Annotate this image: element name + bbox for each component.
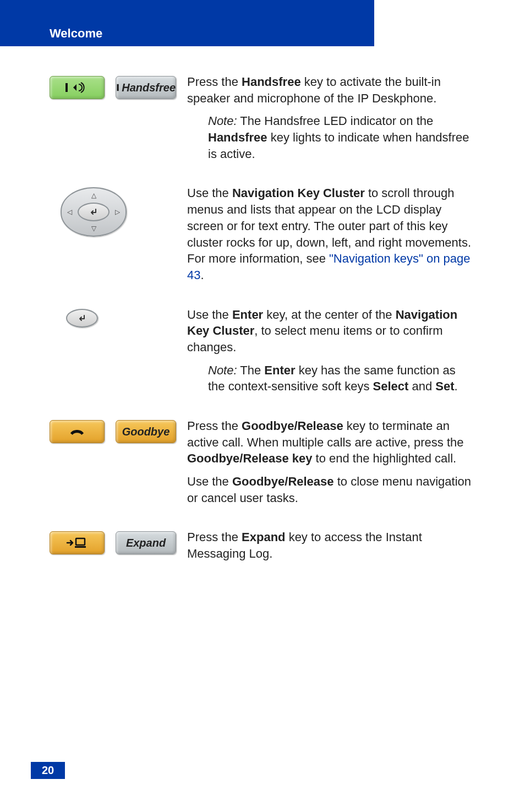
row-goodbye: Goodbye Press the Goodbye/Release key to… [50, 418, 475, 513]
enter-para1: Use the Enter key, at the center of the … [187, 307, 475, 356]
text-bold: Expand [242, 530, 285, 544]
enter-icon [89, 208, 98, 216]
nav-enter-center [78, 203, 110, 221]
page-number: 20 [31, 762, 65, 779]
svg-marker-1 [73, 84, 76, 91]
goodbye-hardkey [50, 420, 105, 443]
text: and [408, 379, 435, 393]
text-bold: Goodbye/Release [242, 419, 343, 433]
icon-col-enter [50, 307, 187, 328]
row-expand: Expand Press the Expand key to access th… [50, 529, 475, 568]
expand-softkey: Expand [116, 531, 176, 554]
text-bold: Enter [232, 308, 263, 321]
page-title: Welcome [50, 26, 102, 41]
text-bold: Enter [264, 363, 295, 377]
chevron-right-icon: ▷ [115, 208, 120, 216]
text: Use the [187, 308, 232, 321]
text: Use the [187, 475, 232, 488]
goodbye-para1: Press the Goodbye/Release key to termina… [187, 418, 475, 467]
text-goodbye: Press the Goodbye/Release key to termina… [187, 418, 475, 513]
nav-para: Use the Navigation Key Cluster to scroll… [187, 185, 475, 283]
content: Handsfree Press the Handsfree key to act… [0, 46, 525, 569]
text: Press the [187, 419, 242, 433]
icon-col-nav: △ ▽ ◁ ▷ [50, 185, 187, 237]
note-label: Note: [208, 114, 237, 128]
text: The [237, 363, 265, 377]
text-bold: Goodbye/Release [232, 475, 334, 488]
row-handsfree: Handsfree Press the Handsfree key to act… [50, 74, 475, 168]
note-label: Note: [208, 363, 237, 377]
text-expand: Press the Expand key to access the Insta… [187, 529, 475, 568]
chevron-up-icon: △ [91, 192, 96, 199]
expand-icon [65, 536, 89, 549]
text-nav: Use the Navigation Key Cluster to scroll… [187, 185, 475, 290]
icon-col-handsfree: Handsfree [50, 74, 187, 99]
goodbye-softkey: Goodbye [116, 420, 176, 443]
text-bold: Handsfree [242, 75, 301, 89]
text-bold: Handsfree [208, 130, 267, 144]
handsfree-para1: Press the Handsfree key to activate the … [187, 74, 475, 106]
text-handsfree: Press the Handsfree key to activate the … [187, 74, 475, 168]
text-bold: Set [435, 379, 454, 393]
handsfree-softkey: Handsfree [116, 76, 176, 99]
led-indicator-icon [116, 82, 119, 93]
navigation-cluster-key: △ ▽ ◁ ▷ [61, 187, 127, 237]
speaker-icon [63, 81, 91, 94]
row-nav: △ ▽ ◁ ▷ Use the Navigation Key Cluster t… [50, 185, 475, 290]
text-bold: Navigation Key Cluster [232, 186, 365, 200]
svg-rect-0 [65, 83, 68, 92]
text: . [455, 379, 458, 393]
expand-softkey-label: Expand [126, 537, 166, 549]
footer: 20 [31, 762, 65, 779]
enter-icon [78, 314, 86, 322]
handsfree-softkey-label: Handsfree [122, 81, 176, 94]
text-enter: Use the Enter key, at the center of the … [187, 307, 475, 401]
hangup-icon [67, 426, 87, 438]
expand-para: Press the Expand key to access the Insta… [187, 529, 475, 562]
handsfree-note: Note: The Handsfree LED indicator on the… [208, 113, 475, 162]
chevron-down-icon: ▽ [91, 225, 96, 232]
text: Press the [187, 75, 242, 89]
expand-hardkey [50, 531, 105, 554]
chevron-left-icon: ◁ [67, 208, 72, 216]
icon-col-goodbye: Goodbye [50, 418, 187, 443]
text-bold: Goodbye/Release key [187, 451, 312, 465]
handsfree-hardkey [50, 76, 105, 99]
text: Use the [187, 186, 232, 200]
header-banner: Welcome [0, 0, 374, 46]
goodbye-para2: Use the Goodbye/Release to close menu na… [187, 473, 475, 506]
row-enter: Use the Enter key, at the center of the … [50, 307, 475, 401]
icon-col-expand: Expand [50, 529, 187, 554]
enter-hardkey [66, 309, 98, 328]
enter-note: Note: The Enter key has the same functio… [208, 362, 475, 395]
svg-rect-2 [117, 84, 119, 91]
text: key, at the center of the [263, 308, 396, 321]
text: Press the [187, 530, 242, 544]
text-bold: Select [373, 379, 409, 393]
text: . [200, 268, 204, 282]
text: The Handsfree LED indicator on the [237, 114, 434, 128]
svg-rect-4 [75, 546, 86, 548]
svg-rect-3 [76, 538, 85, 545]
goodbye-softkey-label: Goodbye [122, 426, 170, 438]
text: to end the highlighted call. [312, 451, 456, 465]
